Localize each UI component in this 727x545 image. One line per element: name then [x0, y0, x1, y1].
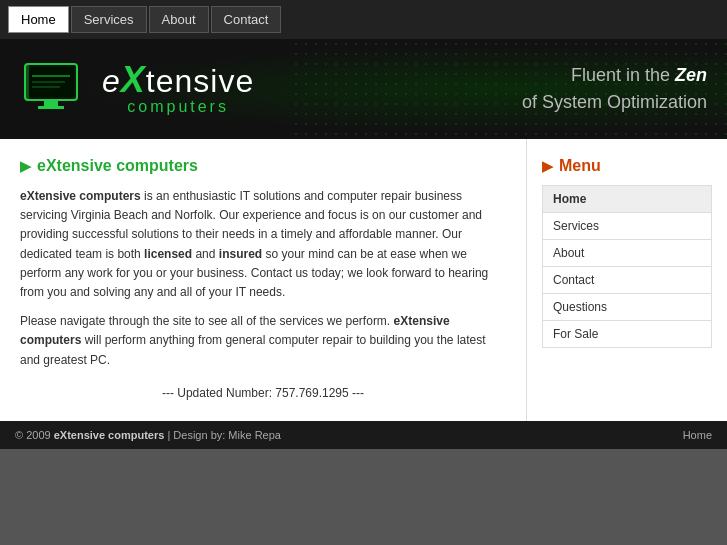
nav-contact[interactable]: Contact — [211, 6, 282, 33]
footer-left: © 2009 eXtensive computers | Design by: … — [15, 429, 281, 441]
nav-about[interactable]: About — [149, 6, 209, 33]
brand-name-1: eXtensive computers — [20, 189, 141, 203]
svg-rect-7 — [25, 64, 29, 100]
header-tagline: Fluent in the Zen of System Optimization — [522, 62, 707, 116]
sidebar-nav: Home Services About Contact Questions Fo… — [542, 185, 712, 348]
logo-main: eXtensive — [102, 62, 254, 98]
footer-copyright: © 2009 — [15, 429, 51, 441]
sidebar-item-forsale[interactable]: For Sale — [543, 321, 711, 347]
footer-brand: eXtensive computers — [54, 429, 165, 441]
sidebar-menu-title: Menu — [559, 157, 601, 175]
updated-number: --- Updated Number: 757.769.1295 --- — [20, 384, 506, 403]
footer: © 2009 eXtensive computers | Design by: … — [0, 421, 727, 449]
sidebar-arrow: ▶ — [542, 158, 553, 174]
footer-home-link[interactable]: Home — [683, 429, 712, 441]
content-arrow: ▶ — [20, 158, 31, 174]
logo-area: eXtensive computers — [20, 54, 254, 124]
header-banner: eXtensive computers Fluent in the Zen of… — [0, 39, 727, 139]
svg-rect-3 — [38, 106, 64, 109]
nav-home[interactable]: Home — [8, 6, 69, 33]
licensed-text: licensed — [144, 247, 192, 261]
insured-text: insured — [219, 247, 262, 261]
page-wrapper: Home Services About Contact — [0, 0, 727, 449]
logo-sub: computers — [102, 98, 254, 116]
paragraph-2: Please navigate through the site to see … — [20, 312, 506, 370]
svg-rect-2 — [44, 100, 58, 106]
nav-services[interactable]: Services — [71, 6, 147, 33]
sidebar-item-about[interactable]: About — [543, 240, 711, 267]
content-area: ▶ eXtensive computers eXtensive computer… — [0, 139, 527, 421]
nav-bar: Home Services About Contact — [0, 0, 727, 39]
sidebar-item-services[interactable]: Services — [543, 213, 711, 240]
footer-designer: | Design by: Mike Repa — [167, 429, 281, 441]
content-title: ▶ eXtensive computers — [20, 157, 506, 175]
main-content: ▶ eXtensive computers eXtensive computer… — [0, 139, 727, 421]
sidebar-item-questions[interactable]: Questions — [543, 294, 711, 321]
sidebar: ▶ Menu Home Services About Contact Quest… — [527, 139, 727, 421]
logo-text: eXtensive computers — [102, 62, 254, 116]
logo-icon — [20, 54, 90, 124]
sidebar-title: ▶ Menu — [542, 157, 712, 175]
sidebar-item-home[interactable]: Home — [543, 186, 711, 213]
content-body: eXtensive computers is an enthusiastic I… — [20, 187, 506, 403]
paragraph-1: eXtensive computers is an enthusiastic I… — [20, 187, 506, 302]
content-section-title: eXtensive computers — [37, 157, 198, 175]
sidebar-item-contact[interactable]: Contact — [543, 267, 711, 294]
